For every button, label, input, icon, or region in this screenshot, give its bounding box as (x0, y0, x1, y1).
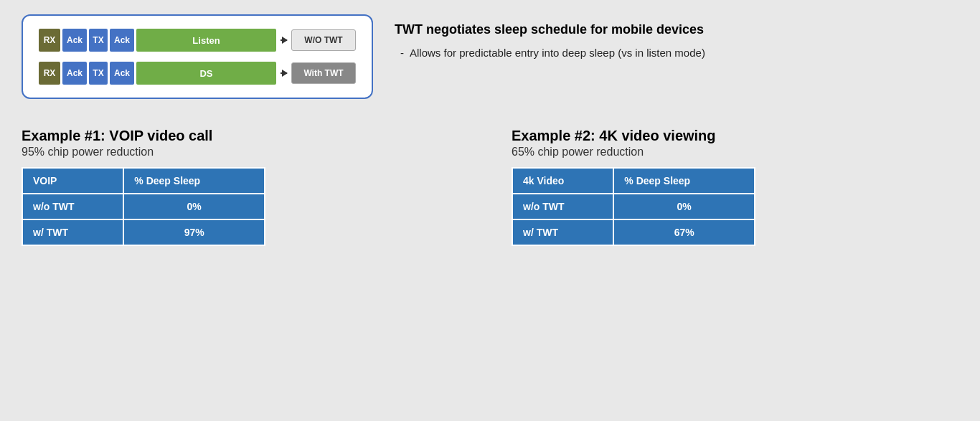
bullet-dash: - (400, 45, 404, 60)
example1-row1-col2: 0% (123, 194, 265, 219)
block-ack-3: Ack (62, 62, 87, 85)
example1-row1-col1: w/o TWT (22, 194, 123, 219)
label-with-twt: With TWT (291, 62, 356, 84)
example2-row2-col2: 67% (613, 219, 755, 245)
block-ack-4: Ack (110, 62, 134, 85)
block-ack-2: Ack (110, 29, 134, 52)
example2-subtitle: 65% chip power reduction (512, 146, 958, 159)
example2-row-1: w/o TWT 0% (512, 194, 755, 219)
top-section: RX Ack TX Ack Listen W/O TWT RX Ack TX A… (22, 14, 958, 99)
block-rx-2: RX (39, 62, 60, 85)
example2-block: Example #2: 4K video viewing 65% chip po… (512, 128, 958, 246)
example1-table: VOIP % Deep Sleep w/o TWT 0% w/ TWT 97% (22, 167, 265, 246)
arrow-line-2 (281, 72, 287, 74)
twt-title: TWT negotiates sleep schedule for mobile… (395, 22, 705, 38)
example2-header-row: 4k Video % Deep Sleep (512, 168, 755, 194)
diagram-box: RX Ack TX Ack Listen W/O TWT RX Ack TX A… (22, 14, 373, 99)
diagram-row-1: RX Ack TX Ack Listen W/O TWT (39, 29, 356, 52)
block-tx-2: TX (89, 62, 108, 85)
block-rx-1: RX (39, 29, 60, 52)
example1-subtitle: 95% chip power reduction (22, 146, 468, 159)
diagram-row-2: RX Ack TX Ack DS With TWT (39, 62, 356, 85)
label-wo-twt: W/O TWT (291, 29, 356, 51)
bottom-section: Example #1: VOIP video call 95% chip pow… (22, 128, 958, 246)
example2-table: 4k Video % Deep Sleep w/o TWT 0% w/ TWT … (512, 167, 755, 246)
example1-row-2: w/ TWT 97% (22, 219, 265, 245)
block-ds: DS (136, 62, 276, 85)
example1-row2-col1: w/ TWT (22, 219, 123, 245)
example2-row1-col2: 0% (613, 194, 755, 219)
example2-row1-col1: w/o TWT (512, 194, 613, 219)
example1-row-1: w/o TWT 0% (22, 194, 265, 219)
block-ack-1: Ack (62, 29, 87, 52)
example2-col2-header: % Deep Sleep (613, 168, 755, 194)
example2-row2-col1: w/ TWT (512, 219, 613, 245)
block-tx-1: TX (89, 29, 108, 52)
example1-block: Example #1: VOIP video call 95% chip pow… (22, 128, 468, 246)
example2-col1-header: 4k Video (512, 168, 613, 194)
block-listen: Listen (136, 29, 276, 52)
example1-header-row: VOIP % Deep Sleep (22, 168, 265, 194)
example1-row2-col2: 97% (123, 219, 265, 245)
example2-title: Example #2: 4K video viewing (512, 128, 958, 144)
bullet-text: Allows for predictable entry into deep s… (410, 45, 705, 60)
example1-col2-header: % Deep Sleep (123, 168, 265, 194)
example1-col1-header: VOIP (22, 168, 123, 194)
example2-row-2: w/ TWT 67% (512, 219, 755, 245)
twt-bullet: - Allows for predictable entry into deep… (395, 45, 705, 60)
twt-description: TWT negotiates sleep schedule for mobile… (395, 14, 705, 99)
example1-title: Example #1: VOIP video call (22, 128, 468, 144)
arrow-line-1 (281, 39, 287, 41)
